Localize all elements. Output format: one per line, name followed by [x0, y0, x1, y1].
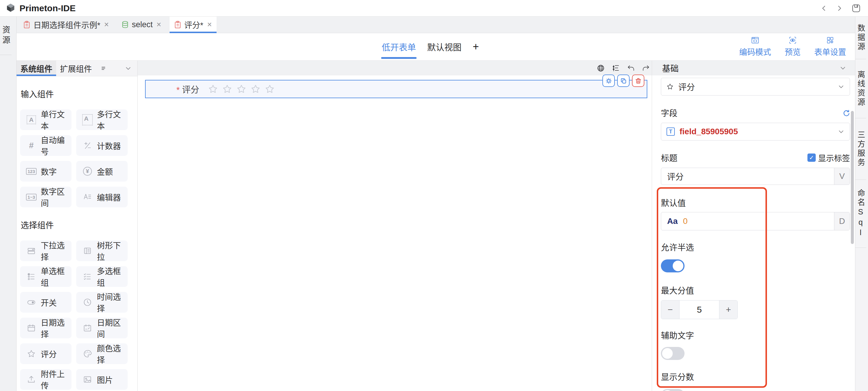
form-settings-button[interactable]: 表单设置 — [814, 36, 846, 57]
component-card-yen[interactable]: ¥金额 — [76, 161, 128, 181]
component-card-switch[interactable]: 开关 — [20, 292, 71, 313]
chevron-down-icon — [838, 128, 844, 135]
code-mode-button[interactable]: 编码模式 — [739, 36, 771, 57]
show-label-checkbox[interactable]: ✓ — [807, 153, 816, 162]
rating-stars[interactable] — [208, 84, 275, 94]
dock-tab-third-party-services[interactable]: 三方服务 — [855, 118, 866, 180]
editor-icon — [82, 193, 93, 201]
field-delete-button[interactable] — [632, 75, 644, 87]
field-select[interactable]: T field_85905905 — [661, 123, 850, 140]
redo-icon[interactable] — [642, 64, 650, 72]
tab-extension-components[interactable]: 扩展组件 — [56, 61, 96, 76]
counter-icon — [82, 141, 93, 150]
collapse-panel-chevron-icon[interactable] — [125, 65, 131, 72]
default-value-input[interactable]: Aa 0 — [661, 212, 834, 230]
history-forward-icon[interactable] — [836, 5, 843, 11]
section-title-0: 输入组件 — [21, 88, 137, 100]
properties-section-header[interactable]: 基础 — [652, 61, 855, 76]
max-score-value[interactable]: 5 — [680, 301, 719, 319]
component-card-select[interactable]: 下拉选择 — [20, 241, 71, 261]
document-tab-0[interactable]: 日期选择组件示例*× — [19, 17, 114, 33]
component-card-editor[interactable]: 编辑器 — [76, 187, 128, 207]
title-input[interactable]: 评分 — [661, 168, 834, 185]
preview-button[interactable]: 预览 — [785, 36, 801, 57]
save-icon[interactable] — [851, 4, 861, 13]
outline-tree-icon[interactable] — [612, 64, 620, 72]
globe-icon[interactable] — [597, 64, 605, 72]
close-tab-icon[interactable]: × — [157, 21, 161, 29]
component-card-num123[interactable]: 123数字 — [20, 161, 71, 181]
component-card-check-group[interactable]: 多选框组 — [76, 266, 128, 287]
star-outline-icon[interactable] — [251, 84, 260, 94]
show-score-toggle[interactable] — [661, 389, 685, 391]
history-back-icon[interactable] — [821, 5, 827, 11]
component-card-image[interactable]: 图片 — [76, 369, 128, 390]
image-icon — [82, 375, 93, 384]
component-card-calendar[interactable]: 日期选择 — [20, 318, 71, 338]
title-label: 标题 — [661, 152, 677, 164]
component-card-numrange[interactable]: 1~3数字区间 — [20, 187, 71, 207]
view-tab-0[interactable]: 低开表单 — [382, 33, 416, 60]
gear-icon — [606, 78, 612, 84]
toolbar-actions: 编码模式 预览 表单设置 — [739, 33, 846, 60]
component-card-star[interactable]: 评分 — [20, 343, 71, 364]
component-card-textline[interactable]: A单行文本 — [20, 109, 71, 130]
component-card-textarea[interactable]: A多行文本 — [76, 109, 128, 130]
component-label: 单选框组 — [41, 265, 71, 288]
stepper-minus-button[interactable]: − — [661, 301, 680, 319]
allow-half-toggle[interactable] — [661, 259, 685, 272]
title-input-group: 评分 V — [661, 168, 850, 185]
field-actions — [602, 75, 644, 87]
document-tab-2[interactable]: 评分*× — [169, 17, 217, 33]
select-icon — [26, 246, 37, 255]
component-card-upload[interactable]: 附件上传 — [20, 369, 71, 390]
dock-tab-datasource[interactable]: 数据源 — [855, 17, 866, 59]
section-title-1: 选择组件 — [21, 219, 137, 231]
form-settings-label: 表单设置 — [814, 46, 846, 57]
dock-tab-offline-resources[interactable]: 离线资源 — [855, 59, 866, 118]
panel-scrollbar[interactable] — [851, 111, 854, 244]
star-outline-icon[interactable] — [265, 84, 275, 94]
star-outline-icon[interactable] — [222, 84, 232, 94]
dock-tab-named-sql[interactable]: 命名Sql — [855, 180, 866, 248]
upload-icon — [26, 375, 37, 384]
component-card-calendar-range[interactable]: 日期区间 — [76, 318, 128, 338]
component-card-tree[interactable]: 树形下拉 — [76, 241, 128, 261]
add-view-button[interactable]: + — [473, 40, 479, 53]
component-card-palette[interactable]: 颜色选择 — [76, 343, 128, 364]
dock-tab-resources[interactable]: 资源 — [0, 17, 11, 55]
properties-panel: 基础 评分 字段 T field_85905905 — [652, 61, 855, 391]
component-label: 时间选择 — [97, 291, 128, 314]
canvas-body[interactable]: * 评分 — [138, 76, 652, 391]
undo-icon[interactable] — [627, 64, 635, 72]
helper-text-toggle[interactable] — [661, 347, 685, 360]
component-label: 日期选择 — [41, 316, 71, 339]
component-card-hash[interactable]: #自动编号 — [20, 135, 71, 156]
component-card-clock[interactable]: 时间选择 — [76, 292, 128, 313]
component-card-radio-group[interactable]: 单选框组 — [20, 266, 71, 287]
component-type-select[interactable]: 评分 — [661, 78, 850, 95]
stepper-plus-button[interactable]: + — [719, 301, 737, 319]
refresh-icon[interactable] — [842, 109, 850, 116]
star-outline-icon[interactable] — [236, 84, 246, 94]
field-settings-button[interactable] — [602, 75, 615, 87]
default-value-text: 0 — [683, 217, 688, 226]
close-tab-icon[interactable]: × — [104, 21, 109, 29]
rating-field-selected[interactable]: * 评分 — [145, 80, 647, 98]
star-outline-icon[interactable] — [208, 84, 218, 94]
field-copy-button[interactable] — [617, 75, 629, 87]
field-select-value: field_85905905 — [680, 127, 738, 136]
close-tab-icon[interactable]: × — [207, 21, 212, 29]
chevron-down-icon — [840, 65, 846, 71]
default-value-label: 默认值 — [661, 197, 850, 208]
code-mode-label: 编码模式 — [739, 46, 771, 57]
default-value-d-button[interactable]: D — [834, 212, 850, 230]
component-card-counter[interactable]: 计数器 — [76, 135, 128, 156]
tab-system-components[interactable]: 系统组件 — [17, 61, 56, 76]
textarea-icon: A — [82, 114, 93, 125]
toggle-knob — [662, 348, 673, 359]
view-tab-1[interactable]: 默认视图 — [427, 33, 462, 60]
component-list-icon[interactable] — [100, 65, 106, 71]
document-tab-1[interactable]: select× — [117, 17, 166, 33]
title-variable-button[interactable]: V — [834, 168, 850, 185]
